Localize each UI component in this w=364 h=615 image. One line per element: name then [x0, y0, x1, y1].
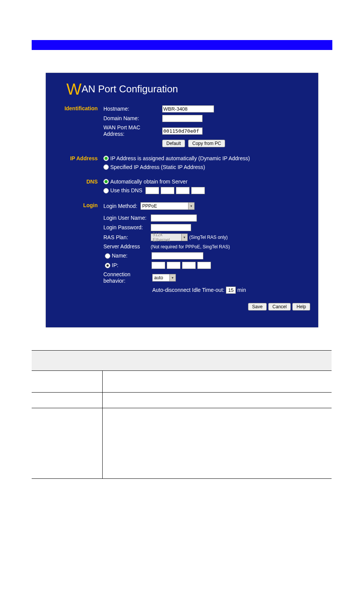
login-user-input[interactable]: [151, 214, 197, 222]
radio-dns-use[interactable]: [103, 188, 109, 193]
section-identification: Identification: [53, 105, 103, 155]
chevron-down-icon: ▾: [169, 274, 176, 281]
dns-octet-2[interactable]: [161, 187, 174, 194]
server-ip-4[interactable]: [197, 262, 211, 269]
page-header-bar: [32, 40, 332, 50]
title-initial: W: [66, 80, 82, 98]
section-dns: DNS: [53, 178, 103, 202]
conn-behavior-label: Connection behavior:: [103, 271, 151, 284]
radio-server-name[interactable]: [105, 253, 110, 259]
login-method-label: Login Method:: [103, 203, 137, 209]
dns-octet-1[interactable]: [145, 187, 159, 194]
section-login: Login: [53, 202, 103, 316]
chevron-down-icon: ▾: [181, 234, 187, 241]
server-address-note: (Not required for PPPoE, SingTel RAS): [151, 244, 230, 250]
dns-octet-4[interactable]: [191, 187, 205, 194]
ras-plan-note: (SingTel RAS only): [189, 235, 228, 240]
page-title: WAN Port Configuration: [66, 80, 311, 99]
table-cell: [103, 408, 332, 478]
ras-plan-select: 512k Ethernet ▾: [151, 233, 188, 241]
server-ip-1[interactable]: [151, 262, 165, 269]
dns-octet-3[interactable]: [176, 187, 190, 194]
save-button[interactable]: Save: [248, 303, 267, 311]
idle-timeout-input[interactable]: [226, 287, 236, 294]
table-row: [32, 392, 332, 408]
title-rest: AN Port Configuration: [82, 83, 178, 95]
server-ip-2[interactable]: [167, 262, 180, 269]
table-cell: [32, 392, 103, 408]
server-name-input[interactable]: [151, 252, 203, 259]
wan-port-config-panel: WAN Port Configuration Identification Ho…: [46, 73, 318, 327]
server-address-label: Server Address: [103, 243, 149, 250]
idle-timeout-label: Auto-disconnect Idle Time-out:: [152, 287, 224, 293]
table-cell: [32, 370, 103, 392]
description-table: [32, 350, 332, 479]
login-user-label: Login User Name:: [103, 215, 149, 221]
copy-from-pc-button[interactable]: Copy from PC: [188, 140, 225, 147]
table-cell: [103, 392, 332, 408]
table-cell: [32, 408, 103, 478]
domain-input[interactable]: [162, 115, 203, 122]
radio-static-ip[interactable]: [103, 164, 109, 170]
domain-label: Domain Name:: [103, 115, 161, 122]
default-button[interactable]: Default: [162, 140, 185, 147]
hostname-label: Hostname:: [103, 106, 161, 112]
ras-plan-label: RAS Plan:: [103, 234, 149, 241]
table-row: [32, 408, 332, 478]
table-row: [32, 370, 332, 392]
help-button[interactable]: Help: [292, 303, 310, 311]
radio-dns-auto-label: Automatically obtain from Server: [110, 179, 187, 185]
section-ip-address: IP Address: [53, 155, 103, 178]
radio-server-ip-label: IP:: [112, 262, 150, 269]
radio-static-ip-label: Specified IP Address (Static IP Address): [110, 164, 205, 171]
cancel-button[interactable]: Cancel: [268, 303, 291, 311]
login-method-select[interactable]: PPPoE ▾: [140, 202, 195, 210]
server-ip-3[interactable]: [182, 262, 196, 269]
table-header: [32, 350, 332, 370]
hostname-input[interactable]: [162, 105, 214, 113]
radio-server-name-label: Name:: [112, 253, 150, 259]
table-cell: [103, 370, 332, 392]
idle-timeout-unit: min: [237, 287, 246, 293]
radio-server-ip[interactable]: [105, 263, 110, 268]
conn-behavior-select[interactable]: auto ▾: [152, 274, 176, 282]
chevron-down-icon: ▾: [188, 203, 194, 209]
radio-dynamic-ip-label: IP Address is assigned automatically (Dy…: [110, 155, 250, 162]
mac-label: WAN Port MAC Address:: [103, 124, 161, 137]
login-password-label: Login Password:: [103, 224, 149, 231]
radio-dns-use-label: Use this DNS: [110, 187, 142, 194]
mac-input[interactable]: [162, 127, 203, 135]
radio-dns-auto[interactable]: [103, 179, 109, 184]
login-password-input[interactable]: [151, 224, 191, 231]
radio-dynamic-ip[interactable]: [103, 156, 109, 161]
